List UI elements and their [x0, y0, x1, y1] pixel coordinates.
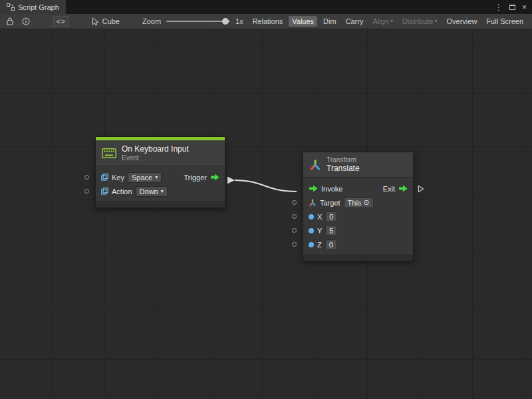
graph-target[interactable]: Cube	[92, 17, 120, 26]
node-header: Transform Translate	[303, 152, 413, 178]
action-value: Down	[140, 188, 158, 196]
align-label: Align	[373, 17, 389, 25]
action-input-port[interactable]	[84, 189, 89, 194]
align-button[interactable]: Align ▾	[370, 16, 396, 27]
node-title: Translate	[327, 164, 360, 173]
z-value-field[interactable]: 0	[325, 239, 337, 250]
script-graph-window: Script Graph ⋮ × <> Cube	[0, 0, 532, 399]
target-row: Target This ⊙	[303, 196, 413, 209]
distribute-button[interactable]: Distribute ▾	[399, 16, 440, 27]
connection-wire[interactable]	[235, 180, 297, 192]
x-value-field[interactable]: 0	[325, 211, 337, 222]
y-input-port[interactable]	[292, 228, 297, 233]
z-label: Z	[317, 241, 322, 249]
titlebar: Script Graph ⋮ ×	[0, 0, 532, 14]
action-dropdown[interactable]: Down ▾	[136, 186, 168, 197]
zoom-slider-handle[interactable]	[222, 18, 229, 25]
z-row: Z 0	[303, 237, 413, 251]
zoom-control: Zoom 1x	[142, 17, 243, 26]
y-label: Y	[317, 227, 322, 235]
keyboard-icon	[102, 148, 116, 158]
window-controls: ⋮ ×	[495, 0, 532, 14]
target-name-label: Cube	[102, 17, 120, 25]
exit-output-port[interactable]	[398, 185, 408, 192]
node-subtitle: Event	[122, 154, 189, 162]
graph-icon	[7, 3, 15, 11]
chevron-down-icon: ▾	[390, 19, 393, 24]
node-body: Invoke Exit	[303, 178, 413, 255]
y-value-field[interactable]: 5	[325, 225, 337, 236]
node-category: Transform	[327, 156, 360, 164]
graph-toolbar: <> Cube Zoom 1x Relations Values Dim Car…	[0, 14, 532, 29]
carry-button[interactable]: Carry	[342, 16, 367, 27]
target-object-field[interactable]: This ⊙	[344, 198, 374, 208]
key-label: Key	[112, 174, 124, 182]
chevron-down-icon: ▾	[435, 19, 438, 24]
zoom-slider[interactable]	[166, 17, 230, 26]
x-row: X 0	[303, 209, 413, 223]
connection-arrow	[227, 177, 235, 184]
toolbar-buttons: Relations Values Dim Carry Align ▾ Distr…	[249, 16, 528, 27]
action-row: Action Down ▾	[96, 184, 225, 198]
values-button[interactable]: Values	[289, 16, 317, 27]
node-footer	[96, 201, 225, 207]
key-input-port[interactable]	[84, 175, 89, 180]
menu-dots-icon[interactable]: ⋮	[495, 3, 503, 11]
node-header: On Keyboard Input Event	[96, 140, 225, 166]
exit-label: Exit	[383, 185, 395, 193]
chevron-down-icon: ▾	[161, 189, 164, 194]
relations-button[interactable]: Relations	[249, 16, 286, 27]
float-type-icon	[309, 242, 314, 247]
close-icon[interactable]: ×	[522, 3, 527, 11]
maximize-icon[interactable]	[509, 5, 515, 10]
target-input-port[interactable]	[292, 200, 297, 205]
overview-button[interactable]: Overview	[444, 16, 481, 27]
float-type-icon	[309, 228, 314, 233]
key-value: Space	[132, 174, 152, 182]
enum-type-icon	[101, 188, 108, 195]
cursor-icon	[92, 17, 99, 26]
code-view-toggle[interactable]: <>	[53, 16, 69, 27]
dim-button[interactable]: Dim	[320, 16, 340, 27]
info-icon[interactable]	[20, 16, 32, 27]
transform-icon	[309, 159, 321, 171]
node-on-keyboard-input[interactable]: On Keyboard Input Event Key Space ▾	[95, 136, 225, 208]
enum-type-icon	[101, 174, 108, 181]
zoom-label: Zoom	[142, 17, 161, 25]
wire-layer	[0, 29, 532, 399]
fullscreen-button[interactable]: Full Screen	[483, 16, 527, 27]
z-input-port[interactable]	[292, 242, 297, 247]
invoke-label: Invoke	[321, 185, 342, 193]
trigger-output-port[interactable]	[210, 174, 219, 181]
zoom-value: 1x	[235, 17, 243, 25]
node-title: On Keyboard Input	[122, 144, 189, 154]
action-label: Action	[112, 188, 132, 196]
node-footer	[303, 255, 413, 261]
tab-label: Script Graph	[18, 3, 59, 11]
zoom-slider-track	[166, 21, 230, 22]
y-row: Y 5	[303, 223, 413, 237]
key-row: Key Space ▾ Trigger	[96, 170, 225, 184]
x-label: X	[317, 213, 322, 221]
graph-canvas[interactable]: On Keyboard Input Event Key Space ▾	[0, 29, 532, 399]
unconnected-flow-arrow-icon	[418, 185, 424, 193]
distribute-label: Distribute	[402, 17, 433, 25]
float-type-icon	[309, 214, 314, 219]
x-input-port[interactable]	[292, 214, 297, 219]
target-label: Target	[320, 199, 340, 207]
node-transform-translate[interactable]: Transform Translate Invoke Exit	[303, 152, 414, 261]
key-dropdown[interactable]: Space ▾	[128, 172, 162, 183]
transform-type-icon	[309, 199, 317, 207]
tab-script-graph[interactable]: Script Graph	[0, 0, 66, 14]
lock-icon[interactable]	[4, 16, 16, 27]
object-picker-icon: ⊙	[363, 199, 369, 206]
node-body: Key Space ▾ Trigger	[96, 166, 225, 201]
invoke-row: Invoke Exit	[303, 182, 413, 196]
invoke-input-port[interactable]	[309, 185, 318, 192]
chevron-down-icon: ▾	[155, 175, 158, 180]
target-value: This	[348, 199, 362, 207]
trigger-label: Trigger	[184, 174, 207, 182]
